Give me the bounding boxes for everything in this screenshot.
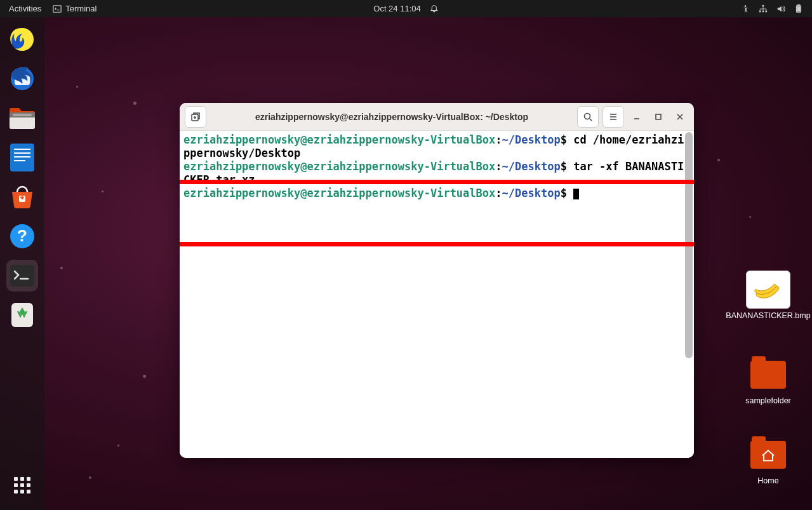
terminal-window: ezriahzippernowsky@ezriahzippernowsky-Vi… (180, 103, 694, 458)
svg-rect-16 (14, 152, 30, 154)
prompt-path: ~/Desktop (502, 133, 561, 146)
dock: ? (0, 17, 44, 510)
maximize-icon (653, 112, 663, 122)
prompt-path: ~/Desktop (502, 160, 561, 173)
clock[interactable]: Oct 24 11:04 (373, 4, 420, 13)
close-icon (675, 112, 685, 122)
minimize-icon (632, 112, 642, 122)
cursor (573, 189, 579, 199)
desktop-icon-label: samplefolder (745, 396, 791, 405)
terminal-body[interactable]: ezriahzippernowsky@ezriahzippernowsky-Vi… (180, 131, 694, 458)
scrollbar-thumb[interactable] (685, 132, 693, 358)
desktop-icon-label: BANANASTICKER.bmp (726, 311, 810, 320)
app-grid-icon (14, 477, 30, 493)
titlebar[interactable]: ezriahzippernowsky@ezriahzippernowsky-Vi… (180, 103, 694, 131)
banana-icon (750, 277, 786, 302)
dock-files[interactable] (6, 102, 38, 134)
network-icon[interactable] (759, 4, 768, 13)
dock-software[interactable] (6, 181, 38, 213)
prompt-user: ezriahzippernowsky@ezriahzippernowsky-Vi… (183, 187, 495, 199)
desktop-icon-home[interactable]: Home (736, 436, 800, 485)
svg-rect-23 (11, 303, 33, 327)
dock-thunderbird[interactable] (6, 63, 38, 95)
svg-rect-7 (797, 4, 800, 5)
dock-app-grid[interactable] (6, 469, 38, 501)
dock-help[interactable]: ? (6, 220, 38, 252)
svg-rect-22 (10, 265, 34, 286)
svg-rect-13 (13, 114, 32, 116)
dock-firefox[interactable] (6, 23, 38, 55)
dock-writer[interactable] (6, 142, 38, 173)
battery-icon[interactable] (794, 4, 803, 13)
volume-icon[interactable] (776, 4, 785, 13)
hamburger-icon (608, 112, 618, 122)
terminal-icon (53, 4, 62, 13)
desktop-icon-bananasticker[interactable]: BANANASTICKER.bmp (736, 271, 800, 320)
svg-rect-4 (762, 10, 764, 12)
svg-rect-15 (14, 149, 30, 150)
svg-rect-26 (656, 114, 661, 119)
maximize-button[interactable] (649, 108, 667, 126)
svg-rect-5 (766, 10, 768, 12)
menu-button[interactable] (602, 106, 624, 128)
search-icon (583, 112, 593, 122)
svg-text:?: ? (17, 226, 27, 245)
new-tab-button[interactable] (185, 106, 206, 128)
notification-icon[interactable] (430, 4, 439, 13)
dock-terminal[interactable] (6, 260, 38, 292)
svg-rect-0 (53, 5, 61, 12)
dock-trash[interactable] (6, 299, 38, 331)
scrollbar[interactable] (685, 132, 693, 455)
svg-rect-17 (14, 156, 30, 158)
folder-icon (750, 361, 786, 389)
accessibility-icon[interactable] (741, 4, 750, 13)
close-button[interactable] (671, 108, 689, 126)
svg-point-1 (745, 5, 747, 7)
prompt-path: ~/Desktop (502, 187, 561, 199)
activities-button[interactable]: Activities (9, 4, 41, 13)
topbar-app-indicator[interactable]: Terminal (53, 4, 97, 13)
window-title: ezriahzippernowsky@ezriahzippernowsky-Vi… (210, 112, 573, 122)
search-button[interactable] (577, 106, 599, 128)
svg-rect-3 (759, 10, 761, 12)
prompt-user: ezriahzippernowsky@ezriahzippernowsky-Vi… (183, 133, 495, 146)
top-bar: Activities Terminal Oct 24 11:04 (0, 0, 812, 17)
svg-point-25 (585, 113, 590, 119)
desktop-icon-label: Home (757, 476, 778, 485)
svg-rect-2 (762, 4, 764, 6)
prompt-user: ezriahzippernowsky@ezriahzippernowsky-Vi… (183, 160, 495, 173)
svg-rect-18 (14, 160, 25, 161)
topbar-app-label: Terminal (65, 4, 97, 13)
minimize-button[interactable] (628, 108, 646, 126)
home-folder-icon (750, 441, 786, 469)
svg-rect-8 (797, 6, 800, 11)
new-tab-icon (190, 112, 201, 122)
desktop-icon-samplefolder[interactable]: samplefolder (736, 356, 800, 405)
